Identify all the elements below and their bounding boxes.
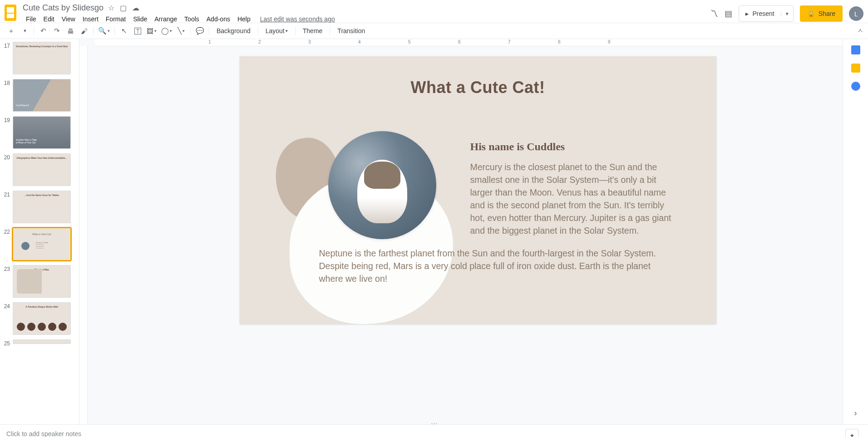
canvas-area: 1 2 3 4 5 6 7 8 9 What a Cute Cat! His n… <box>79 39 868 424</box>
theme-button[interactable]: Theme <box>298 25 327 37</box>
redo-button[interactable]: ↷ <box>50 25 63 37</box>
layout-button[interactable]: Layout▾ <box>261 25 292 37</box>
workspace: 17 Sometimes, Reviewing Concepts Is a Go… <box>0 39 868 424</box>
comments-icon[interactable]: ▤ <box>725 9 732 19</box>
background-button[interactable]: Background <box>212 25 255 37</box>
slide-number: 18 <box>3 79 13 112</box>
select-tool[interactable]: ↖ <box>118 25 130 37</box>
slide-thumb-19[interactable]: Another Way to Take a Photo of Your Cat <box>13 116 71 149</box>
tasks-icon[interactable] <box>851 82 860 91</box>
slide-thumb-17[interactable]: Sometimes, Reviewing Concepts Is a Good … <box>13 42 71 74</box>
calendar-icon[interactable] <box>851 45 860 54</box>
keep-icon[interactable] <box>851 64 860 73</box>
last-edit-link[interactable]: Last edit was seconds ago <box>260 15 335 23</box>
comment-tool[interactable]: 💬 <box>193 25 206 37</box>
title-area: Cute Cats by Slidesgo ☆ ▢ ☁ File Edit Vi… <box>23 3 710 25</box>
new-slide-button[interactable]: ＋ <box>5 25 17 37</box>
explore-button[interactable]: ✦ <box>845 429 859 437</box>
thumb-cat-image-icon <box>21 242 30 250</box>
doc-title[interactable]: Cute Cats by Slidesgo <box>23 3 104 13</box>
slide-thumb-21[interactable]: ...And the Same Goes for Tables <box>13 191 71 223</box>
toolbar: ＋ ▼ ↶ ↷ 🖶 🖌 🔍▾ ↖ 🅃 🖼▾ ◯▾ ╲▾ 💬 Background… <box>0 23 868 39</box>
horizontal-ruler[interactable]: 1 2 3 4 5 6 7 8 9 <box>95 39 868 46</box>
slide-number: 24 <box>3 302 13 335</box>
present-dropdown[interactable]: ▼ <box>781 11 793 16</box>
image-tool[interactable]: 🖼▾ <box>145 25 158 37</box>
new-slide-dropdown[interactable]: ▼ <box>18 25 31 37</box>
notes-placeholder[interactable]: Click to add speaker notes <box>6 430 81 437</box>
hide-sidepanel-icon[interactable]: › <box>854 408 857 418</box>
slide-thumb-23[interactable]: This Is a Map <box>13 265 71 298</box>
line-tool[interactable]: ╲▾ <box>175 25 187 37</box>
slide-thumb-22-selected[interactable]: What a Cute Cat! His name is Cuddles━━━━… <box>13 228 71 260</box>
slide-number: 23 <box>3 265 13 298</box>
shape-tool[interactable]: ◯▾ <box>159 25 174 37</box>
slide-paragraph-2[interactable]: Neptune is the farthest planet from the … <box>319 247 673 285</box>
vertical-ruler[interactable] <box>79 46 88 424</box>
slide-number: 19 <box>3 116 13 149</box>
undo-button[interactable]: ↶ <box>37 25 49 37</box>
slide-thumb-20[interactable]: Infographics Make Your Idea Understandab… <box>13 153 71 186</box>
collapse-toolbar-icon[interactable]: ㅅ <box>857 27 863 35</box>
transition-button[interactable]: Transition <box>333 25 370 37</box>
star-icon[interactable]: ☆ <box>108 4 114 12</box>
print-button[interactable]: 🖶 <box>64 25 77 37</box>
share-button[interactable]: 🔒 Share <box>800 5 843 22</box>
slide-number: 25 <box>3 339 13 347</box>
zoom-button[interactable]: 🔍▾ <box>96 25 112 37</box>
notes-resize-handle[interactable] <box>428 423 440 426</box>
slide-thumb-24[interactable]: A Timeline Always Works Well <box>13 302 71 335</box>
speaker-notes[interactable]: Click to add speaker notes ✦ <box>0 424 868 437</box>
slide-canvas[interactable]: What a Cute Cat! His name is Cuddles Mer… <box>88 46 868 424</box>
cat-photo-icon[interactable] <box>328 131 436 239</box>
slide-paragraph-1[interactable]: Mercury is the closest planet to the Sun… <box>470 161 673 237</box>
filmstrip[interactable]: 17 Sometimes, Reviewing Concepts Is a Go… <box>0 39 79 424</box>
slide-number: 21 <box>3 191 13 223</box>
textbox-tool[interactable]: 🅃 <box>131 25 144 37</box>
slide-title[interactable]: What a Cute Cat! <box>240 78 716 97</box>
present-button[interactable]: ▸Present ▼ <box>739 5 793 22</box>
lock-icon: 🔒 <box>807 10 815 17</box>
present-label: Present <box>752 10 774 17</box>
slide-number: 22 <box>3 228 13 260</box>
share-label: Share <box>819 10 835 17</box>
slides-logo-icon[interactable] <box>5 5 16 21</box>
slide-number: 20 <box>3 153 13 186</box>
paint-format-button[interactable]: 🖌 <box>78 25 90 37</box>
slide-content[interactable]: What a Cute Cat! His name is Cuddles Mer… <box>240 56 716 324</box>
slide-subtitle[interactable]: His name is Cuddles <box>470 141 565 153</box>
slide-thumb-25[interactable] <box>13 339 71 344</box>
present-play-icon: ▸ <box>745 10 749 17</box>
app-header: Cute Cats by Slidesgo ☆ ▢ ☁ File Edit Vi… <box>0 0 868 23</box>
activity-icon[interactable]: 〽 <box>710 9 718 19</box>
slide-thumb-18[interactable]: Cat Picture 8 <box>13 79 71 112</box>
move-icon[interactable]: ▢ <box>120 4 127 12</box>
slide-number: 17 <box>3 42 13 74</box>
cloud-icon[interactable]: ☁ <box>132 4 139 12</box>
account-avatar[interactable]: L <box>849 6 863 21</box>
side-panel: › <box>843 39 868 424</box>
